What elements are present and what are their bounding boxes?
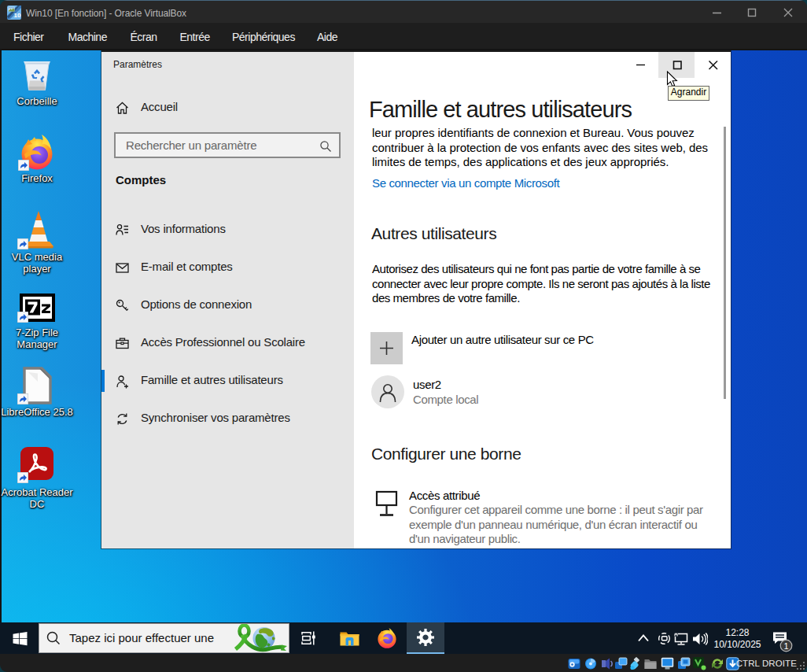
svg-text:1: 1: [783, 641, 788, 651]
svg-text:10: 10: [14, 12, 21, 19]
